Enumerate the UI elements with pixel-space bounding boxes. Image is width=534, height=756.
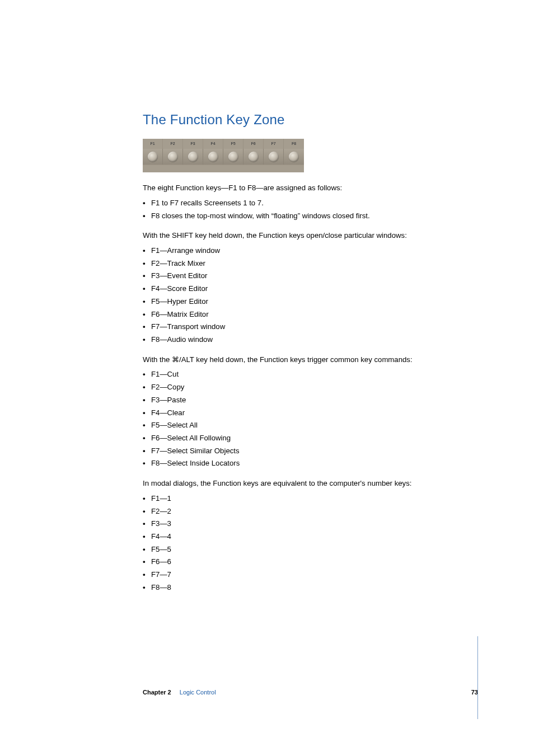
list-item: F7—Transport window xyxy=(143,321,478,334)
list-item: F7—7 xyxy=(143,569,478,581)
section-title: The Function Key Zone xyxy=(143,112,478,128)
modal-list: F1—1 F2—2 F3—3 F4—4 F5—5 F6—6 F7—7 F8—8 xyxy=(143,492,478,594)
list-item: F8—Select Inside Locators xyxy=(143,457,478,470)
list-item: F4—Clear xyxy=(143,407,478,420)
fkey-label-f2: F2 xyxy=(163,139,183,149)
fkey-label-f8: F8 xyxy=(284,139,304,149)
intro-paragraph: The eight Function keys—F1 to F8—are ass… xyxy=(143,182,478,194)
list-item: F6—Select All Following xyxy=(143,432,478,445)
cmdalt-lead-prefix: With the xyxy=(143,355,172,364)
fkey-button-f2 xyxy=(163,149,183,165)
fkey-label-f3: F3 xyxy=(183,139,203,149)
footer-chapter: Chapter 2 Logic Control xyxy=(143,689,216,696)
list-item: F1—1 xyxy=(143,492,478,505)
list-item: F4—4 xyxy=(143,530,478,543)
fkey-label-f1: F1 xyxy=(143,139,163,149)
page-footer: Chapter 2 Logic Control 73 xyxy=(143,689,478,696)
chapter-name: Logic Control xyxy=(180,689,216,696)
fkey-label-f5: F5 xyxy=(223,139,243,149)
fkey-label-f7: F7 xyxy=(264,139,284,149)
intro-list: F1 to F7 recalls Screensets 1 to 7. F8 c… xyxy=(143,197,478,222)
cmdalt-list: F1—Cut F2—Copy F3—Paste F4—Clear F5—Sele… xyxy=(143,368,478,470)
fkey-label-f6: F6 xyxy=(243,139,264,149)
fkey-label-f4: F4 xyxy=(203,139,223,149)
fkey-button-f1 xyxy=(143,149,163,165)
fkey-button-f6 xyxy=(243,149,264,165)
list-item: F1—Cut xyxy=(143,368,478,381)
list-item: F5—Hyper Editor xyxy=(143,295,478,308)
modal-lead: In modal dialogs, the Function keys are … xyxy=(143,478,478,489)
list-item: F8—8 xyxy=(143,581,478,594)
fkey-button-f7 xyxy=(264,149,284,165)
list-item: F1 to F7 recalls Screensets 1 to 7. xyxy=(143,197,478,210)
fkey-button-f4 xyxy=(203,149,223,165)
list-item: F4—Score Editor xyxy=(143,283,478,295)
fkey-label-row: F1 F2 F3 F4 F5 F6 F7 F8 xyxy=(143,139,304,149)
list-item: F3—Event Editor xyxy=(143,270,478,283)
list-item: F8—Audio window xyxy=(143,334,478,346)
list-item: F7—Select Similar Objects xyxy=(143,445,478,458)
fkey-panel-base xyxy=(143,165,304,172)
list-item: F3—3 xyxy=(143,518,478,530)
command-key-icon: ⌘ xyxy=(172,354,179,365)
footer-divider xyxy=(477,636,478,719)
fkey-button-f8 xyxy=(284,149,304,165)
function-key-panel: F1 F2 F3 F4 F5 F6 F7 F8 xyxy=(143,139,304,172)
list-item: F8 closes the top-most window, with “flo… xyxy=(143,210,478,223)
shift-lead: With the SHIFT key held down, the Functi… xyxy=(143,230,478,241)
list-item: F5—Select All xyxy=(143,419,478,432)
fkey-button-f5 xyxy=(223,149,243,165)
list-item: F5—5 xyxy=(143,543,478,556)
fkey-button-f3 xyxy=(183,149,203,165)
list-item: F2—Track Mixer xyxy=(143,257,478,270)
list-item: F1—Arrange window xyxy=(143,245,478,257)
list-item: F2—Copy xyxy=(143,381,478,394)
chapter-label: Chapter 2 xyxy=(143,689,171,696)
shift-list: F1—Arrange window F2—Track Mixer F3—Even… xyxy=(143,245,478,346)
fkey-button-row xyxy=(143,149,304,165)
list-item: F2—2 xyxy=(143,505,478,518)
cmdalt-lead-suffix: /ALT key held down, the Function keys tr… xyxy=(179,355,413,364)
cmdalt-lead: With the ⌘/ALT key held down, the Functi… xyxy=(143,354,478,365)
list-item: F6—6 xyxy=(143,556,478,569)
list-item: F3—Paste xyxy=(143,394,478,407)
list-item: F6—Matrix Editor xyxy=(143,308,478,321)
